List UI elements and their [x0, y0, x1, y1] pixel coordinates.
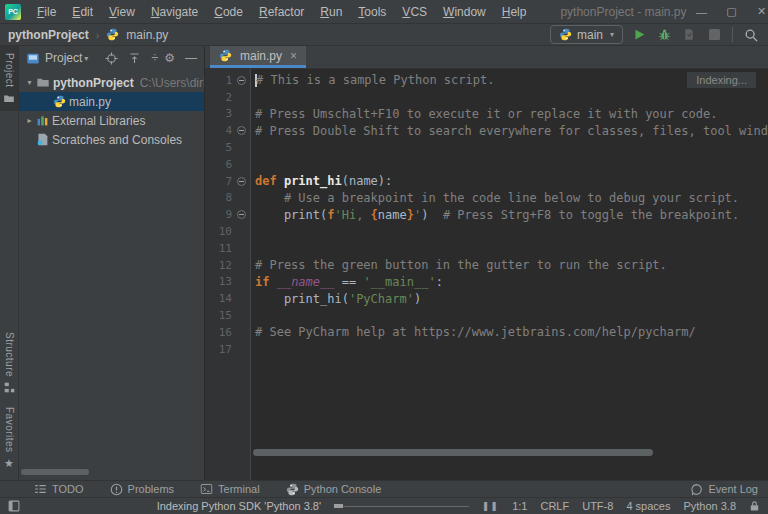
- stripe-tab-structure[interactable]: Structure: [0, 325, 18, 400]
- debug-button[interactable]: [655, 26, 673, 44]
- menu-view[interactable]: View: [101, 3, 143, 21]
- main-area: ProjectStructureFavorites★ Project ▾: [0, 46, 768, 480]
- fold-icon[interactable]: [237, 126, 246, 135]
- code-text: if __name__ == '__main__':: [251, 275, 443, 289]
- settings-icon[interactable]: ⚙: [164, 52, 175, 64]
- code-line-16[interactable]: 16# See PyCharm help at https://www.jetb…: [205, 324, 768, 341]
- code-line-1[interactable]: 1# This is a sample Python script.: [205, 72, 768, 89]
- tool-window-toggle-icon[interactable]: [8, 500, 20, 512]
- fold-icon[interactable]: [237, 210, 246, 219]
- menu-vcs[interactable]: VCS: [394, 3, 435, 21]
- python-file-icon: [219, 49, 235, 62]
- caret-position-widget[interactable]: 1:1: [512, 500, 527, 512]
- code-text: # Press the green button in the gutter t…: [251, 258, 667, 272]
- code-line-2[interactable]: 2: [205, 89, 768, 106]
- stripe-tab-label: Project: [4, 53, 15, 88]
- tree-item-main-py[interactable]: main.py: [19, 92, 204, 111]
- expand-collapse-icon[interactable]: ÷: [151, 52, 158, 64]
- menu-run[interactable]: Run: [312, 3, 350, 21]
- menu-edit[interactable]: Edit: [64, 3, 101, 21]
- run-with-coverage-button[interactable]: [680, 26, 698, 44]
- menu-refactor[interactable]: Refactor: [251, 3, 312, 21]
- code-line-7[interactable]: 7def print_hi(name):: [205, 173, 768, 190]
- chevron-right-icon: ▸: [23, 116, 36, 125]
- editor-area: main.py × 1# This is a sample Python scr…: [205, 46, 768, 480]
- stripe-tab-favorites[interactable]: Favorites★: [0, 400, 18, 476]
- code-line-11[interactable]: 11: [205, 240, 768, 257]
- structure-icon: [4, 382, 15, 393]
- search-everywhere-button[interactable]: [742, 26, 760, 44]
- menu-window[interactable]: Window: [435, 3, 494, 21]
- breadcrumb-project[interactable]: pythonProject: [8, 28, 89, 42]
- collapse-all-icon[interactable]: [128, 52, 141, 65]
- code-line-17[interactable]: 17: [205, 341, 768, 358]
- left-tool-window-stripe: ProjectStructureFavorites★: [0, 46, 19, 480]
- menu-file[interactable]: File: [29, 3, 64, 21]
- code-line-15[interactable]: 15: [205, 307, 768, 324]
- fold-gutter: [232, 210, 251, 219]
- code-line-13[interactable]: 13if __name__ == '__main__':: [205, 274, 768, 291]
- tool-window-button-problems[interactable]: Problems: [110, 483, 174, 496]
- line-number: 15: [205, 309, 232, 322]
- menu-tools[interactable]: Tools: [350, 3, 394, 21]
- tool-window-button-terminal[interactable]: Terminal: [200, 483, 260, 495]
- project-view-dropdown[interactable]: Project ▾: [45, 51, 88, 65]
- project-panel-header: Project ▾ ÷ ⚙ —: [19, 46, 204, 70]
- star-icon: ★: [4, 458, 14, 469]
- navigation-bar: pythonProject › main.py main ▾: [0, 24, 768, 46]
- problems-icon: [110, 483, 123, 496]
- line-number: 6: [205, 158, 232, 171]
- tool-window-button-label: TODO: [52, 483, 84, 495]
- tree-item-scratches-and-consoles[interactable]: Scratches and Consoles: [19, 130, 204, 149]
- tree-item-pythonproject[interactable]: ▾pythonProjectC:\Users\dirkk\Pyc: [19, 73, 204, 92]
- minimize-button[interactable]: —: [686, 0, 716, 23]
- run-configuration-label: main: [577, 28, 603, 42]
- python-icon: [559, 28, 572, 41]
- code-line-6[interactable]: 6: [205, 156, 768, 173]
- stripe-tab-project[interactable]: Project: [0, 46, 18, 111]
- run-configuration-select[interactable]: main ▾: [550, 25, 623, 44]
- code-line-10[interactable]: 10: [205, 223, 768, 240]
- code-line-5[interactable]: 5: [205, 139, 768, 156]
- maximize-button[interactable]: ▢: [716, 0, 746, 23]
- breadcrumb-file[interactable]: main.py: [106, 28, 168, 42]
- indent-widget[interactable]: 4 spaces: [626, 500, 670, 512]
- pause-indexing-icon[interactable]: ❚❚: [482, 501, 499, 511]
- menu-navigate[interactable]: Navigate: [143, 3, 206, 21]
- code-line-8[interactable]: 8 # Use a breakpoint in the code line be…: [205, 190, 768, 207]
- tool-window-button-todo[interactable]: TODO: [34, 483, 84, 495]
- encoding-widget[interactable]: UTF-8: [582, 500, 613, 512]
- tree-item-label: Scratches and Consoles: [52, 133, 182, 147]
- fold-gutter: [232, 177, 251, 186]
- close-tab-icon[interactable]: ×: [290, 49, 297, 63]
- code-line-3[interactable]: 3# Press Umschalt+F10 to execute it or r…: [205, 106, 768, 123]
- fold-icon[interactable]: [237, 76, 246, 85]
- line-ending-widget[interactable]: CRLF: [540, 500, 569, 512]
- scratches-icon: [36, 133, 49, 146]
- lock-icon[interactable]: [749, 500, 760, 512]
- line-number: 17: [205, 343, 232, 356]
- menu-code[interactable]: Code: [206, 3, 251, 21]
- hide-panel-icon[interactable]: —: [185, 52, 197, 64]
- project-horizontal-scrollbar[interactable]: [21, 469, 89, 475]
- close-button[interactable]: ✕: [746, 0, 768, 23]
- locate-file-icon[interactable]: [105, 52, 118, 65]
- line-number: 5: [205, 141, 232, 154]
- run-button[interactable]: [630, 26, 648, 44]
- code-line-14[interactable]: 14 print_hi('PyCharm'): [205, 290, 768, 307]
- code-editor[interactable]: 1# This is a sample Python script.23# Pr…: [205, 69, 768, 480]
- editor-tab-mainpy[interactable]: main.py ×: [210, 46, 306, 68]
- indexing-status: Indexing...: [687, 72, 756, 88]
- fold-icon[interactable]: [237, 177, 246, 186]
- interpreter-widget[interactable]: Python 3.8: [683, 500, 736, 512]
- menu-help[interactable]: Help: [494, 3, 535, 21]
- code-line-4[interactable]: 4# Press Double Shift to search everywhe…: [205, 122, 768, 139]
- code-line-12[interactable]: 12# Press the green button in the gutter…: [205, 257, 768, 274]
- event-log-button[interactable]: Event Log: [690, 483, 758, 496]
- stop-button[interactable]: [705, 26, 723, 44]
- code-line-9[interactable]: 9 print(f'Hi, {name}') # Press Strg+F8 t…: [205, 206, 768, 223]
- tree-item-external-libraries[interactable]: ▸External Libraries: [19, 111, 204, 130]
- editor-horizontal-scrollbar[interactable]: [253, 449, 653, 456]
- chevron-down-icon: ▾: [23, 78, 36, 87]
- tool-window-button-python-console[interactable]: Python Console: [286, 483, 382, 496]
